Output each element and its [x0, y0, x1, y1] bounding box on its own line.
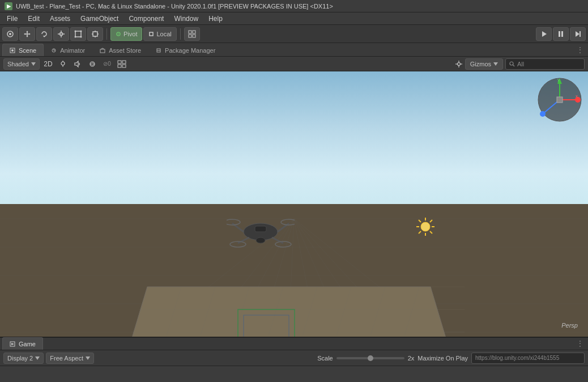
game-tab-more[interactable]: ⋮ — [574, 337, 586, 350]
sep1 — [106, 28, 107, 40]
search-box[interactable]: All — [505, 58, 585, 70]
svg-text:x: x — [576, 94, 578, 99]
rect-tool[interactable] — [70, 27, 86, 41]
svg-marker-130 — [86, 356, 90, 360]
svg-line-115 — [430, 220, 432, 222]
menu-bar: File Edit Assets GameObject Component Wi… — [0, 12, 588, 25]
scale-control: Scale 2x — [317, 355, 414, 362]
menu-help[interactable]: Help — [204, 14, 227, 24]
url-text: https://blog.unity.com/xi244b1555 — [475, 355, 559, 361]
svg-point-54 — [457, 62, 460, 65]
play-button[interactable] — [536, 27, 552, 41]
app-icon: ▶ — [5, 2, 12, 10]
scene-visibility-btn[interactable]: ⊘0 — [101, 58, 113, 70]
hand-tool[interactable] — [2, 27, 18, 41]
tab-asset-store[interactable]: Asset Store — [92, 44, 148, 56]
svg-point-45 — [61, 62, 65, 65]
scale-slider[interactable] — [336, 357, 404, 359]
toolbar: Pivot Local — [0, 25, 588, 43]
transform-tools — [2, 27, 103, 41]
window-title: UWB_test - Plane_Test - PC, Mac & Linux … — [16, 3, 333, 10]
svg-marker-48 — [75, 61, 78, 67]
title-bar: ▶ UWB_test - Plane_Test - PC, Mac & Linu… — [0, 0, 588, 12]
grid-button[interactable] — [184, 27, 200, 41]
maximize-label[interactable]: Maximize On Play — [417, 355, 468, 362]
rotate-tool[interactable] — [36, 27, 52, 41]
scale-value: 2x — [408, 355, 415, 362]
menu-gameobject[interactable]: GameObject — [76, 14, 123, 24]
svg-rect-33 — [561, 31, 563, 37]
svg-rect-53 — [122, 65, 126, 67]
settings-icon — [455, 60, 463, 68]
svg-marker-31 — [542, 31, 547, 37]
menu-file[interactable]: File — [2, 14, 22, 24]
menu-assets[interactable]: Assets — [45, 14, 75, 24]
tab-package-manager[interactable]: Package Manager — [148, 44, 223, 56]
svg-line-116 — [419, 231, 421, 234]
scale-slider-thumb[interactable] — [368, 355, 373, 361]
lighting-icon-btn[interactable] — [57, 58, 69, 70]
svg-rect-26 — [150, 32, 153, 36]
display-dropdown[interactable]: Display 2 — [3, 353, 44, 364]
gizmos-label: Gizmos — [470, 61, 491, 67]
svg-rect-32 — [559, 31, 560, 37]
game-tab-bar: Game ⋮ — [0, 337, 588, 350]
step-button[interactable] — [570, 27, 586, 41]
svg-rect-28 — [193, 31, 195, 33]
display-label: Display 2 — [7, 355, 33, 362]
svg-point-108 — [421, 222, 430, 231]
svg-marker-128 — [11, 343, 14, 345]
svg-marker-44 — [31, 62, 36, 66]
svg-rect-50 — [118, 61, 121, 63]
tab-animator[interactable]: Animator — [44, 44, 92, 56]
game-options-bar: Display 2 Free Aspect Scale 2x Maximize … — [0, 350, 588, 366]
svg-rect-35 — [580, 31, 581, 37]
2d-label: 2D — [44, 60, 52, 68]
svg-rect-27 — [189, 31, 191, 33]
menu-window[interactable]: Window — [169, 14, 203, 24]
svg-point-18 — [80, 36, 82, 37]
pivot-button[interactable]: Pivot — [110, 27, 142, 41]
scale-tool[interactable] — [53, 27, 69, 41]
scene-viewport[interactable]: x y Persp — [0, 71, 588, 337]
menu-edit[interactable]: Edit — [23, 14, 44, 24]
svg-point-16 — [80, 30, 82, 32]
tab-scene[interactable]: Scene — [2, 44, 44, 56]
svg-marker-5 — [27, 36, 28, 37]
grid-vis-btn[interactable] — [116, 58, 128, 70]
tab-game[interactable]: Game — [2, 337, 43, 350]
play-controls — [536, 27, 586, 41]
svg-point-17 — [75, 36, 76, 37]
url-bar[interactable]: https://blog.unity.com/xi244b1555 — [471, 353, 585, 364]
2d-button[interactable]: 2D — [42, 58, 54, 70]
aspect-dropdown[interactable]: Free Aspect — [46, 353, 94, 364]
svg-marker-129 — [35, 356, 40, 360]
search-icon — [509, 61, 515, 67]
tab-more-button[interactable]: ⋮ — [574, 44, 586, 56]
orientation-gizmo[interactable]: x y — [537, 77, 582, 122]
svg-line-114 — [430, 231, 432, 234]
move-tool[interactable] — [19, 27, 35, 41]
fx-icon-btn[interactable] — [86, 58, 99, 70]
svg-rect-19 — [93, 32, 97, 36]
shading-dropdown[interactable]: Shaded — [3, 58, 40, 70]
transform-tool[interactable] — [87, 27, 103, 41]
tab-asset-store-label: Asset Store — [109, 47, 141, 54]
tab-package-manager-label: Package Manager — [165, 47, 215, 54]
svg-rect-52 — [118, 65, 121, 67]
gizmos-section: Gizmos All — [455, 58, 585, 70]
svg-point-37 — [11, 49, 14, 52]
aspect-label: Free Aspect — [50, 355, 83, 362]
svg-marker-7 — [29, 33, 31, 35]
svg-point-119 — [540, 111, 546, 117]
svg-line-61 — [513, 65, 515, 66]
menu-component[interactable]: Component — [124, 14, 168, 24]
gizmos-button[interactable]: Gizmos — [465, 58, 503, 70]
audio-icon-btn[interactable] — [71, 58, 84, 70]
svg-point-1 — [9, 33, 11, 35]
sun-icon — [416, 217, 435, 240]
local-button[interactable]: Local — [143, 27, 176, 41]
pause-button[interactable] — [553, 27, 569, 41]
svg-text:y: y — [557, 77, 560, 82]
tab-animator-label: Animator — [60, 47, 85, 54]
